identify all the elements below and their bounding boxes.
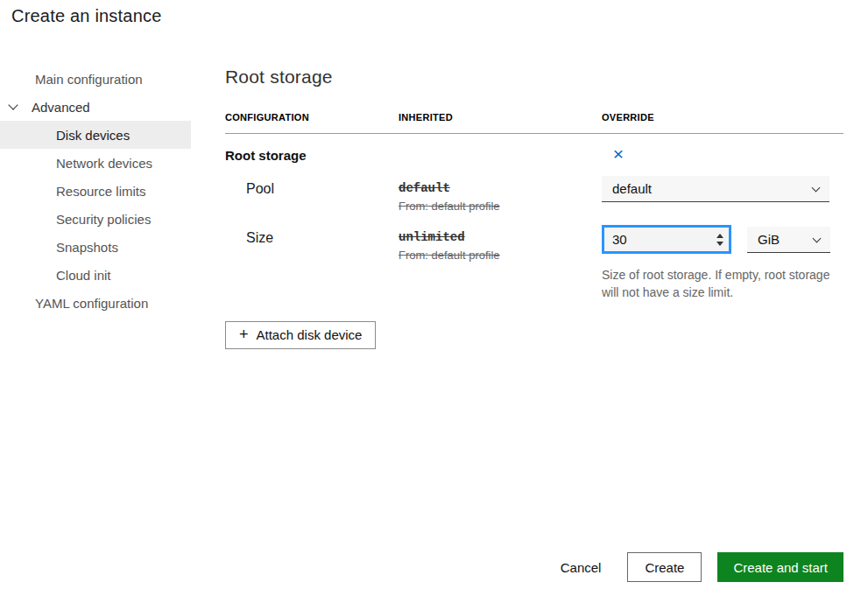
size-inherited-value: unlimited: [399, 225, 465, 244]
col-header-inherited: INHERITED: [399, 112, 602, 123]
sidebar-item-network-devices[interactable]: Network devices: [0, 149, 191, 177]
stepper-up-icon[interactable]: [716, 234, 723, 238]
plus-icon: +: [239, 326, 249, 342]
sidebar-item-advanced[interactable]: Advanced: [0, 93, 191, 121]
table-row-pool: Pool default From: default profile defau…: [225, 176, 843, 213]
stepper-down-icon[interactable]: [716, 242, 723, 246]
table-row-root-storage: Root storage: [225, 134, 843, 164]
size-unit-select[interactable]: GiB: [747, 227, 830, 253]
page-title: Create an instance: [11, 6, 161, 26]
chevron-down-icon: [8, 100, 18, 109]
row-label-pool: Pool: [225, 176, 399, 197]
sidebar-item-label: Snapshots: [56, 240, 118, 255]
sidebar-item-label: Advanced: [32, 100, 90, 115]
sidebar-item-label: Main configuration: [35, 72, 143, 87]
create-button[interactable]: Create: [627, 552, 702, 582]
form-sidebar-nav: Main configuration Advanced Disk devices…: [0, 63, 191, 349]
row-label-root-storage: Root storage: [225, 148, 399, 163]
row-label-size: Size: [225, 225, 399, 246]
pool-select-value: default: [612, 181, 652, 196]
sidebar-item-label: Cloud init: [56, 268, 111, 283]
sidebar-item-label: YAML configuration: [35, 296, 148, 311]
cancel-button[interactable]: Cancel: [550, 552, 612, 582]
sidebar-item-label: Network devices: [56, 156, 152, 171]
create-and-start-button[interactable]: Create and start: [717, 552, 843, 582]
sidebar-item-resource-limits[interactable]: Resource limits: [0, 177, 191, 205]
size-input[interactable]: [602, 225, 731, 254]
footer-actions: Cancel Create Create and start: [550, 552, 843, 582]
table-header-row: CONFIGURATION INHERITED OVERRIDE: [225, 112, 843, 134]
size-inherited-cell: unlimited From: default profile: [399, 225, 602, 262]
pool-select[interactable]: default: [602, 176, 829, 202]
size-inherited-source: From: default profile: [399, 249, 602, 262]
section-heading: Root storage: [225, 67, 843, 88]
sidebar-item-label: Disk devices: [56, 128, 130, 143]
sidebar-item-cloud-init[interactable]: Cloud init: [0, 261, 191, 289]
sidebar-item-disk-devices[interactable]: Disk devices: [0, 121, 191, 149]
root-storage-panel: Root storage CONFIGURATION INHERITED OVE…: [225, 63, 843, 349]
configuration-table: CONFIGURATION INHERITED OVERRIDE Root st…: [225, 112, 843, 302]
sidebar-item-yaml-configuration[interactable]: YAML configuration: [0, 289, 191, 317]
table-row-size: Size unlimited From: default profile: [225, 225, 843, 302]
attach-disk-device-label: Attach disk device: [257, 327, 363, 342]
sidebar-item-main-configuration[interactable]: Main configuration: [0, 65, 191, 93]
stepper-arrows-icon[interactable]: [716, 234, 723, 246]
layout: Main configuration Advanced Disk devices…: [0, 63, 868, 349]
pool-inherited-cell: default From: default profile: [399, 176, 602, 213]
chevron-down-icon: [813, 234, 822, 242]
sidebar-item-label: Resource limits: [56, 184, 146, 199]
sidebar-item-label: Security policies: [56, 212, 151, 227]
pool-inherited-source: From: default profile: [399, 200, 602, 213]
attach-disk-device-button[interactable]: + Attach disk device: [225, 321, 376, 349]
size-unit-value: GiB: [758, 232, 780, 247]
chevron-down-icon: [812, 183, 821, 192]
close-icon[interactable]: [609, 144, 628, 164]
col-header-override: OVERRIDE: [602, 112, 843, 123]
size-help-text: Size of root storage. If empty, root sto…: [602, 266, 838, 302]
sidebar-item-security-policies[interactable]: Security policies: [0, 205, 191, 233]
pool-inherited-value: default: [399, 176, 450, 195]
sidebar-item-snapshots[interactable]: Snapshots: [0, 233, 191, 261]
col-header-configuration: CONFIGURATION: [225, 112, 399, 123]
